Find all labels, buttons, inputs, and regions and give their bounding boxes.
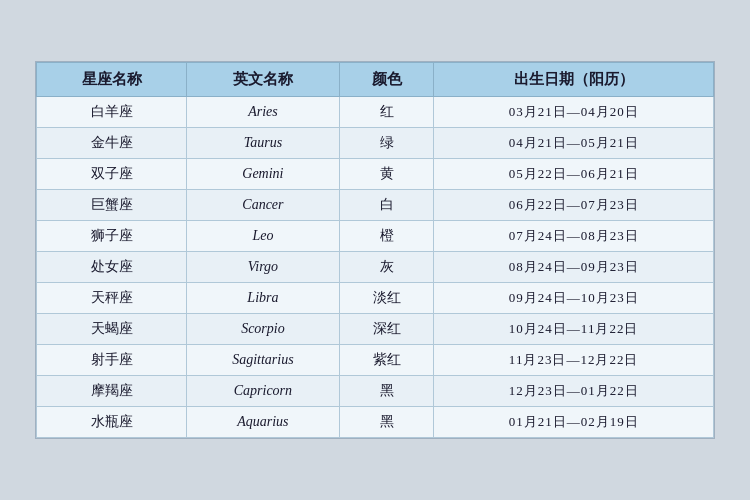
cell-english: Aquarius — [187, 407, 340, 438]
cell-chinese: 水瓶座 — [37, 407, 187, 438]
cell-dates: 04月21日—05月21日 — [434, 128, 714, 159]
cell-color: 红 — [339, 97, 433, 128]
cell-english: Gemini — [187, 159, 340, 190]
col-header-chinese: 星座名称 — [37, 63, 187, 97]
cell-chinese: 白羊座 — [37, 97, 187, 128]
zodiac-table: 星座名称 英文名称 颜色 出生日期（阳历） 白羊座Aries红03月21日—04… — [36, 62, 714, 438]
cell-chinese: 摩羯座 — [37, 376, 187, 407]
table-row: 摩羯座Capricorn黑12月23日—01月22日 — [37, 376, 714, 407]
cell-dates: 05月22日—06月21日 — [434, 159, 714, 190]
cell-dates: 11月23日—12月22日 — [434, 345, 714, 376]
cell-dates: 01月21日—02月19日 — [434, 407, 714, 438]
table-row: 天蝎座Scorpio深红10月24日—11月22日 — [37, 314, 714, 345]
cell-dates: 03月21日—04月20日 — [434, 97, 714, 128]
cell-chinese: 处女座 — [37, 252, 187, 283]
table-row: 双子座Gemini黄05月22日—06月21日 — [37, 159, 714, 190]
table-row: 天秤座Libra淡红09月24日—10月23日 — [37, 283, 714, 314]
table-row: 巨蟹座Cancer白06月22日—07月23日 — [37, 190, 714, 221]
cell-chinese: 巨蟹座 — [37, 190, 187, 221]
cell-chinese: 双子座 — [37, 159, 187, 190]
cell-color: 黑 — [339, 376, 433, 407]
cell-chinese: 射手座 — [37, 345, 187, 376]
cell-dates: 07月24日—08月23日 — [434, 221, 714, 252]
cell-color: 灰 — [339, 252, 433, 283]
cell-dates: 12月23日—01月22日 — [434, 376, 714, 407]
cell-color: 深红 — [339, 314, 433, 345]
cell-color: 紫红 — [339, 345, 433, 376]
cell-english: Capricorn — [187, 376, 340, 407]
col-header-english: 英文名称 — [187, 63, 340, 97]
cell-english: Leo — [187, 221, 340, 252]
cell-dates: 09月24日—10月23日 — [434, 283, 714, 314]
cell-color: 淡红 — [339, 283, 433, 314]
col-header-dates: 出生日期（阳历） — [434, 63, 714, 97]
table-row: 水瓶座Aquarius黑01月21日—02月19日 — [37, 407, 714, 438]
cell-dates: 06月22日—07月23日 — [434, 190, 714, 221]
cell-dates: 10月24日—11月22日 — [434, 314, 714, 345]
cell-color: 橙 — [339, 221, 433, 252]
table-row: 射手座Sagittarius紫红11月23日—12月22日 — [37, 345, 714, 376]
cell-color: 绿 — [339, 128, 433, 159]
cell-english: Virgo — [187, 252, 340, 283]
table-row: 金牛座Taurus绿04月21日—05月21日 — [37, 128, 714, 159]
zodiac-table-container: 星座名称 英文名称 颜色 出生日期（阳历） 白羊座Aries红03月21日—04… — [35, 61, 715, 439]
cell-english: Taurus — [187, 128, 340, 159]
cell-english: Aries — [187, 97, 340, 128]
cell-english: Libra — [187, 283, 340, 314]
table-row: 白羊座Aries红03月21日—04月20日 — [37, 97, 714, 128]
cell-english: Cancer — [187, 190, 340, 221]
col-header-color: 颜色 — [339, 63, 433, 97]
table-header-row: 星座名称 英文名称 颜色 出生日期（阳历） — [37, 63, 714, 97]
table-row: 狮子座Leo橙07月24日—08月23日 — [37, 221, 714, 252]
cell-dates: 08月24日—09月23日 — [434, 252, 714, 283]
cell-chinese: 天秤座 — [37, 283, 187, 314]
cell-english: Sagittarius — [187, 345, 340, 376]
cell-chinese: 狮子座 — [37, 221, 187, 252]
cell-english: Scorpio — [187, 314, 340, 345]
cell-chinese: 天蝎座 — [37, 314, 187, 345]
cell-chinese: 金牛座 — [37, 128, 187, 159]
cell-color: 白 — [339, 190, 433, 221]
cell-color: 黑 — [339, 407, 433, 438]
cell-color: 黄 — [339, 159, 433, 190]
table-row: 处女座Virgo灰08月24日—09月23日 — [37, 252, 714, 283]
